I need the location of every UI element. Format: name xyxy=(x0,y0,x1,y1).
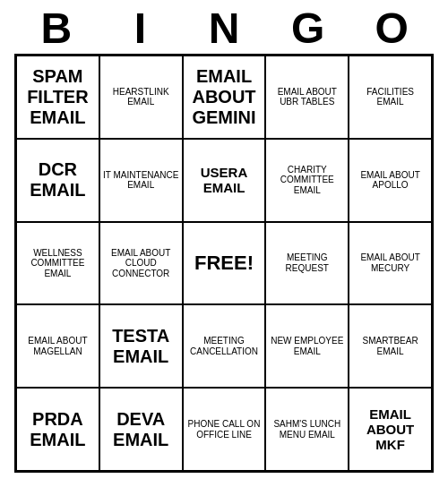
bingo-cell-4[interactable]: FACILITIES EMAIL xyxy=(349,56,432,139)
header-letter: B xyxy=(14,7,99,50)
bingo-cell-22[interactable]: PHONE CALL ON OFFICE LINE xyxy=(183,388,266,471)
bingo-grid: SPAM FILTER EMAILHEARSTLINK EMAILEMAIL A… xyxy=(14,54,434,473)
cell-text: MEETING CANCELLATION xyxy=(186,336,263,356)
cell-text: PHONE CALL ON OFFICE LINE xyxy=(186,419,263,440)
cell-text: EMAIL ABOUT APOLLO xyxy=(352,170,428,191)
bingo-cell-23[interactable]: SAHM'S LUNCH MENU EMAIL xyxy=(265,388,349,471)
header-letter: G xyxy=(266,7,350,50)
bingo-cell-12[interactable]: FREE! xyxy=(183,222,266,305)
cell-text: DEVA EMAIL xyxy=(103,409,179,450)
cell-text: EMAIL ABOUT GEMINI xyxy=(186,66,263,128)
header-letter: N xyxy=(182,7,266,50)
bingo-cell-3[interactable]: EMAIL ABOUT UBR TABLES xyxy=(265,56,349,139)
header-letter: I xyxy=(99,7,183,50)
cell-text: SPAM FILTER EMAIL xyxy=(20,66,96,128)
bingo-cell-11[interactable]: EMAIL ABOUT CLOUD CONNECTOR xyxy=(99,222,183,305)
bingo-cell-10[interactable]: WELLNESS COMMITTEE EMAIL xyxy=(16,222,99,305)
cell-text: SAHM'S LUNCH MENU EMAIL xyxy=(269,419,345,440)
bingo-cell-6[interactable]: IT MAINTENANCE EMAIL xyxy=(99,139,183,222)
cell-text: HEARSTLINK EMAIL xyxy=(103,87,179,107)
cell-text: CHARITY COMMITTEE EMAIL xyxy=(269,165,345,196)
bingo-cell-20[interactable]: PRDA EMAIL xyxy=(16,388,99,471)
cell-text: WELLNESS COMMITTEE EMAIL xyxy=(20,248,96,279)
bingo-cell-24[interactable]: EMAIL ABOUT MKF xyxy=(349,388,432,471)
bingo-cell-17[interactable]: MEETING CANCELLATION xyxy=(183,304,266,388)
bingo-cell-13[interactable]: MEETING REQUEST xyxy=(265,222,349,305)
bingo-header: BINGO xyxy=(14,7,434,50)
cell-text: EMAIL ABOUT UBR TABLES xyxy=(269,87,345,107)
bingo-cell-16[interactable]: TESTA EMAIL xyxy=(99,304,183,388)
bingo-cell-15[interactable]: EMAIL ABOUT MAGELLAN xyxy=(16,304,99,388)
bingo-cell-14[interactable]: EMAIL ABOUT MECURY xyxy=(349,222,432,305)
bingo-cell-7[interactable]: USERA EMAIL xyxy=(183,139,266,222)
cell-text: IT MAINTENANCE EMAIL xyxy=(103,170,179,191)
cell-text: MEETING REQUEST xyxy=(269,252,345,273)
cell-text: FACILITIES EMAIL xyxy=(352,87,428,107)
cell-text: USERA EMAIL xyxy=(186,165,263,196)
bingo-cell-19[interactable]: SMARTBEAR EMAIL xyxy=(349,304,432,388)
cell-text: SMARTBEAR EMAIL xyxy=(352,336,428,356)
cell-text: EMAIL ABOUT MECURY xyxy=(352,252,428,273)
cell-text: DCR EMAIL xyxy=(20,159,96,201)
bingo-cell-1[interactable]: HEARSTLINK EMAIL xyxy=(99,56,183,139)
cell-text: EMAIL ABOUT MAGELLAN xyxy=(20,336,96,356)
bingo-cell-21[interactable]: DEVA EMAIL xyxy=(99,388,183,471)
cell-text: EMAIL ABOUT CLOUD CONNECTOR xyxy=(103,248,179,279)
bingo-cell-0[interactable]: SPAM FILTER EMAIL xyxy=(16,56,99,139)
cell-text: NEW EMPLOYEE EMAIL xyxy=(269,336,345,356)
bingo-cell-5[interactable]: DCR EMAIL xyxy=(16,139,99,222)
cell-text: TESTA EMAIL xyxy=(103,326,179,367)
cell-text: EMAIL ABOUT MKF xyxy=(352,406,428,453)
bingo-cell-18[interactable]: NEW EMPLOYEE EMAIL xyxy=(265,304,349,388)
bingo-cell-8[interactable]: CHARITY COMMITTEE EMAIL xyxy=(265,139,349,222)
bingo-cell-9[interactable]: EMAIL ABOUT APOLLO xyxy=(349,139,432,222)
header-letter: O xyxy=(349,7,434,50)
cell-text: FREE! xyxy=(194,252,254,274)
bingo-cell-2[interactable]: EMAIL ABOUT GEMINI xyxy=(183,56,266,139)
cell-text: PRDA EMAIL xyxy=(20,409,96,450)
